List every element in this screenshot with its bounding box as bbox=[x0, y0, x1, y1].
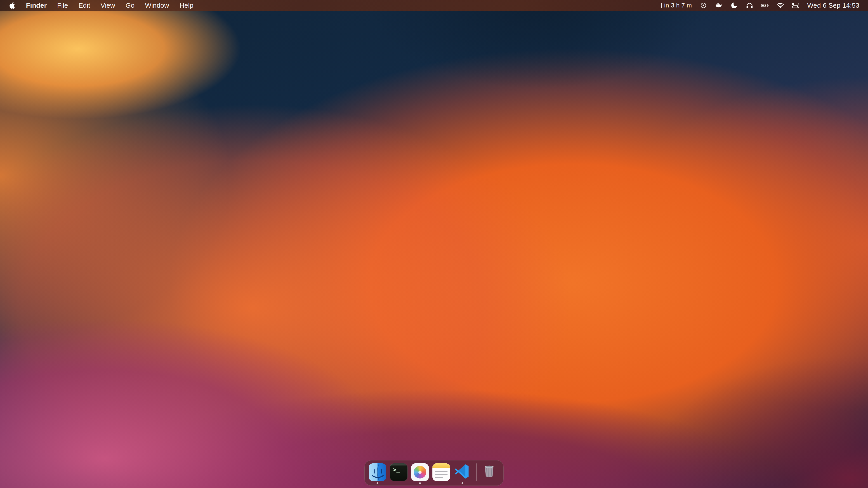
menu-window[interactable]: Window bbox=[140, 0, 174, 11]
desktop: Finder File Edit View Go Window Help in … bbox=[0, 0, 868, 488]
dock-item-finder[interactable] bbox=[369, 463, 386, 484]
dock-item-terminal[interactable]: >_ bbox=[390, 463, 408, 484]
apple-logo-icon bbox=[9, 2, 16, 9]
vscode-icon bbox=[454, 463, 471, 481]
wallpaper bbox=[0, 0, 868, 488]
running-indicator bbox=[462, 482, 463, 484]
docker-icon[interactable] bbox=[715, 0, 723, 11]
photos-flower-glyph bbox=[414, 466, 426, 479]
dock-item-notes[interactable] bbox=[432, 463, 450, 484]
running-indicator bbox=[377, 482, 378, 484]
timer-bar-icon bbox=[661, 3, 662, 8]
finder-icon bbox=[369, 463, 386, 481]
control-center-icon[interactable] bbox=[792, 0, 800, 11]
notes-icon bbox=[432, 463, 450, 481]
dock: >_ bbox=[364, 460, 504, 486]
dock-item-trash[interactable] bbox=[482, 463, 499, 484]
dock-item-vscode[interactable] bbox=[454, 463, 471, 484]
menu-help[interactable]: Help bbox=[174, 0, 199, 11]
menu-file[interactable]: File bbox=[52, 0, 73, 11]
photos-icon bbox=[411, 463, 429, 481]
menu-bar-left: Finder File Edit View Go Window Help bbox=[0, 0, 199, 11]
menu-go[interactable]: Go bbox=[120, 0, 140, 11]
notes-yellow-band bbox=[432, 463, 450, 468]
dock-divider bbox=[476, 463, 477, 481]
menu-bar: Finder File Edit View Go Window Help in … bbox=[0, 0, 868, 11]
focus-moon-icon[interactable] bbox=[730, 0, 738, 11]
wifi-icon[interactable] bbox=[776, 0, 784, 11]
headphones-icon[interactable] bbox=[746, 0, 753, 11]
running-indicator bbox=[419, 482, 421, 484]
menu-app-name[interactable]: Finder bbox=[21, 0, 52, 11]
record-ring-icon[interactable] bbox=[700, 0, 707, 11]
terminal-prompt-glyph: >_ bbox=[393, 466, 400, 473]
terminal-icon: >_ bbox=[390, 463, 408, 481]
apple-menu[interactable] bbox=[6, 0, 21, 11]
menu-edit[interactable]: Edit bbox=[73, 0, 95, 11]
dock-item-photos[interactable] bbox=[411, 463, 429, 484]
menu-bar-clock[interactable]: Wed 6 Sep 14:53 bbox=[807, 0, 860, 11]
status-timer[interactable]: in 3 h 7 m bbox=[661, 0, 692, 11]
menu-view[interactable]: View bbox=[95, 0, 120, 11]
menu-bar-status: in 3 h 7 m bbox=[661, 0, 868, 11]
timer-text: in 3 h 7 m bbox=[664, 2, 692, 9]
battery-charging-icon[interactable] bbox=[761, 0, 769, 11]
notes-lines bbox=[432, 468, 450, 481]
trash-icon bbox=[482, 463, 499, 481]
